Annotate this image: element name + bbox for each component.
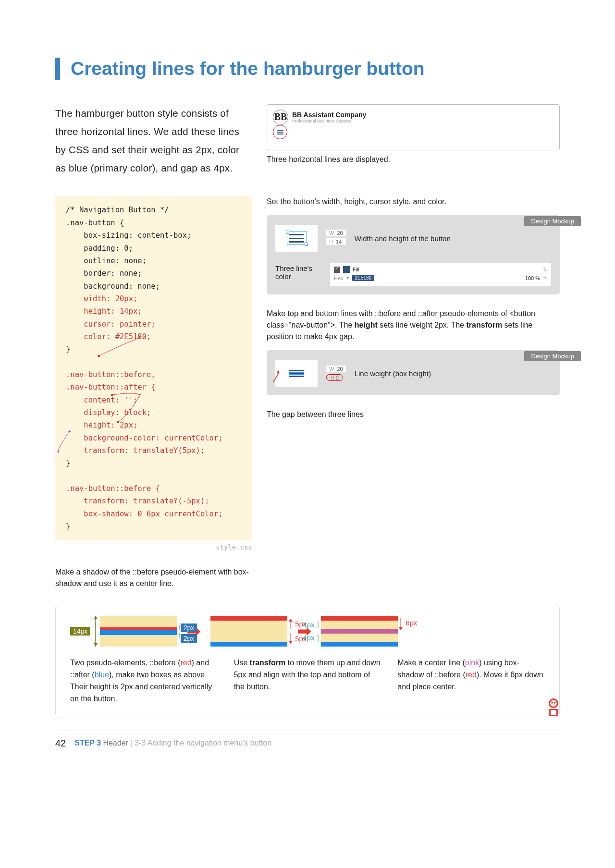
explain-text-3: Make a center line (pink) using box-shad… bbox=[397, 657, 545, 705]
intro-paragraph: The hamburger button style consists of t… bbox=[55, 104, 252, 177]
dim-14px: 14px bbox=[70, 627, 90, 636]
design-mockup-2: Design Mockup W20 H 2 bbox=[267, 350, 560, 395]
svg-marker-9 bbox=[94, 616, 98, 619]
hamburger-icon bbox=[277, 130, 283, 134]
preview-caption: Three horizontal lines are displayed. bbox=[267, 155, 560, 164]
mockup-tag: Design Mockup bbox=[524, 351, 581, 361]
explainer-panel: 14px 2px 2px ➡ 5px 5px bbox=[55, 604, 560, 718]
boxshadow-note: Make a shadow of the ::before pseudo-ele… bbox=[55, 566, 252, 589]
code-block: /* Navigation Button */ .nav-button { bo… bbox=[55, 196, 252, 540]
company-name: BB Assistant Company bbox=[292, 111, 366, 119]
page-title: Creating lines for the hamburger button bbox=[55, 58, 560, 80]
svg-point-22 bbox=[550, 700, 557, 707]
explain-text-2: Use transform to move them up and down 5… bbox=[234, 657, 381, 705]
company-logo: BB bbox=[273, 110, 288, 125]
annotation-2: Make top and bottom lines with ::before … bbox=[267, 308, 560, 342]
annotation-1: Set the button's width, height, cursor s… bbox=[267, 196, 560, 208]
svg-marker-14 bbox=[289, 619, 293, 622]
svg-marker-20 bbox=[399, 627, 403, 630]
svg-marker-10 bbox=[94, 643, 98, 647]
mockup1-color-label: Three line's color bbox=[275, 264, 323, 281]
svg-rect-26 bbox=[551, 710, 556, 715]
mockup2-label: Line weight (box height) bbox=[355, 369, 551, 378]
mascot-icon bbox=[542, 696, 565, 721]
code-filename: style.css bbox=[55, 543, 252, 551]
page-footer: 42 STEP 3 Header | 3-3 Adding the naviga… bbox=[55, 738, 560, 749]
svg-point-24 bbox=[554, 702, 556, 703]
screenshot-preview: BB BB Assistant Company Professional Bus… bbox=[267, 104, 560, 150]
mockup1-wh-label: Width and height of the button bbox=[355, 234, 551, 243]
design-mockup-1: Design Mockup W20 H14 Width and height o… bbox=[267, 215, 560, 294]
page-number: 42 bbox=[55, 738, 66, 749]
hamburger-highlight-circle bbox=[273, 125, 287, 139]
svg-point-23 bbox=[552, 702, 553, 703]
company-tagline: Professional Business Support bbox=[292, 119, 366, 123]
svg-marker-16 bbox=[289, 641, 293, 644]
mockup2-caption: The gap between three lines bbox=[267, 409, 560, 420]
explain-text-1: Two pseudo-elements, ::before (red) and … bbox=[70, 657, 218, 705]
mockup-tag: Design Mockup bbox=[524, 216, 581, 226]
